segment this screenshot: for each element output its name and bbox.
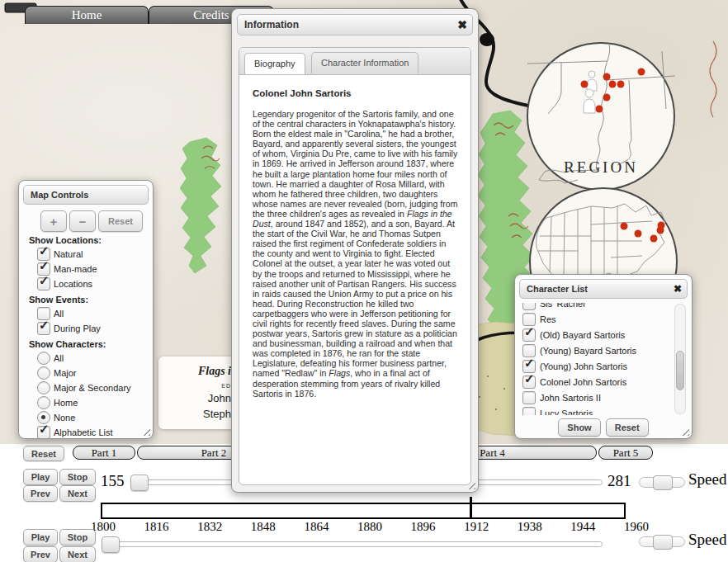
tab-strip: Biography Character Information: [239, 48, 470, 75]
list-item[interactable]: (Old) Bayard Sartoris: [522, 327, 673, 342]
play-editor: John: [158, 392, 231, 404]
location-dot[interactable]: [650, 235, 658, 243]
zoom-out-button[interactable]: −: [69, 210, 96, 232]
play-title: Flags i: [158, 365, 231, 378]
location-dot[interactable]: [609, 81, 617, 88]
location-dot[interactable]: [581, 81, 589, 88]
checkbox-character[interactable]: [522, 407, 536, 416]
list-item[interactable]: (Young) Bayard Sartoris: [522, 342, 673, 358]
map-controls-title: Map Controls: [23, 185, 149, 205]
play-button-2[interactable]: Play: [23, 529, 58, 545]
play-title-card: Flags i ED John Steph: [158, 357, 233, 429]
character-label: John Sartoris II: [540, 393, 601, 403]
year-slider-track[interactable]: [103, 541, 603, 547]
biography-text: Legendary progenitor of the Sartoris fam…: [253, 109, 459, 399]
timeline-reset-button[interactable]: Reset: [23, 446, 64, 461]
list-item[interactable]: Colonel John Sartoris: [522, 374, 673, 390]
list-item[interactable]: Res: [522, 311, 673, 327]
stop-button-2[interactable]: Stop: [59, 529, 96, 545]
checkbox-locations[interactable]: [37, 277, 50, 290]
checkbox-character[interactable]: [522, 391, 536, 404]
year-label: 1938: [518, 520, 542, 534]
character-list-viewport: Sis' Rachel Res (Old) Bayard Sartoris (Y…: [521, 303, 686, 415]
scrollbar-thumb[interactable]: [676, 351, 684, 390]
region-inset: REGION: [527, 43, 675, 190]
character-label: (Young) John Sartoris: [540, 361, 627, 371]
year-label: 1816: [144, 520, 169, 534]
radio-characters-major-secondary[interactable]: [37, 381, 50, 394]
play-subtitle: ED: [158, 383, 231, 389]
radio-label: All: [54, 353, 64, 363]
character-label: (Young) Bayard Sartoris: [540, 346, 636, 356]
location-dot[interactable]: [658, 222, 665, 229]
tab-biography[interactable]: Biography: [244, 53, 305, 74]
radio-label: Major & Secondary: [54, 383, 131, 393]
year-label: 1912: [464, 520, 489, 534]
checkbox-alphabetic-list[interactable]: [37, 426, 50, 439]
year-slider-handle[interactable]: [102, 536, 120, 553]
part-1-button[interactable]: Part 1: [73, 446, 135, 460]
timeline-current-tick: [470, 497, 472, 519]
prev-button-2[interactable]: Prev: [23, 546, 58, 562]
close-icon[interactable]: ✖: [457, 15, 467, 35]
prev-button[interactable]: Prev: [23, 485, 58, 502]
character-label: (Old) Bayard Sartoris: [540, 330, 625, 340]
map-reset-button[interactable]: Reset: [98, 210, 143, 232]
radio-characters-all[interactable]: [37, 352, 50, 365]
radio-label: Major: [54, 368, 77, 378]
play-editor: Steph: [158, 408, 231, 420]
info-tabs-widget: Biography Character Information Colonel …: [239, 47, 471, 485]
dialog-titlebar[interactable]: Information ✖: [237, 14, 473, 35]
biography-panel: Colonel John Sartoris Legendary progenit…: [239, 75, 470, 405]
range-end-value: 281: [607, 472, 631, 490]
location-dot[interactable]: [638, 68, 645, 76]
checkbox-character[interactable]: [522, 328, 536, 342]
checkbox-character[interactable]: [522, 375, 536, 389]
play-button[interactable]: Play: [23, 469, 58, 485]
speed-slider-handle[interactable]: [653, 475, 673, 490]
stop-button[interactable]: Stop: [59, 469, 96, 485]
location-dot[interactable]: [603, 73, 611, 81]
radio-characters-home[interactable]: [37, 396, 50, 409]
radio-characters-major[interactable]: [37, 366, 50, 380]
character-reset-button[interactable]: Reset: [606, 418, 649, 437]
year-label: 1960: [624, 520, 649, 534]
person-icon[interactable]: [587, 71, 597, 91]
location-dot[interactable]: [596, 106, 603, 113]
timeline-range-box[interactable]: [101, 503, 626, 519]
location-dot[interactable]: [635, 230, 642, 238]
location-dot[interactable]: [621, 223, 628, 230]
zoom-in-button[interactable]: +: [40, 210, 67, 232]
character-list-title: Character List: [527, 284, 588, 294]
character-label: Sis' Rachel: [540, 303, 585, 309]
radio-label: None: [54, 413, 75, 423]
checkbox-during-play[interactable]: [37, 322, 50, 335]
range-start-value: 155: [101, 472, 125, 490]
nav-tab-home[interactable]: Home: [25, 6, 149, 24]
timeline-year-labels: 1800 1816 1832 1848 1864 1880 1896 1912 …: [91, 520, 649, 534]
speed-slider-handle-2[interactable]: [653, 535, 673, 550]
next-button-2[interactable]: Next: [59, 546, 96, 562]
part-5-button[interactable]: Part 5: [598, 446, 653, 460]
location-dot[interactable]: [603, 94, 611, 102]
show-button[interactable]: Show: [558, 418, 600, 437]
location-dot[interactable]: [617, 81, 625, 88]
person-icon[interactable]: [584, 89, 595, 113]
scrollbar[interactable]: [674, 304, 686, 414]
tab-character-information[interactable]: Character Information: [311, 52, 418, 73]
list-item[interactable]: Sis' Rachel: [522, 303, 673, 311]
event-slider-handle[interactable]: [130, 475, 149, 491]
character-label: Res: [540, 314, 556, 324]
character-label: Lucy Sartoris: [540, 409, 593, 416]
list-item[interactable]: (Young) John Sartoris: [522, 358, 673, 374]
checkbox-label: All: [54, 309, 64, 319]
list-item[interactable]: Lucy Sartoris: [522, 405, 673, 415]
checkbox-character[interactable]: [522, 303, 536, 310]
close-icon[interactable]: ✖: [674, 280, 682, 298]
forest-area-left: [180, 138, 221, 273]
radio-label: Home: [54, 398, 78, 408]
year-label: 1832: [197, 520, 222, 534]
year-label: 1848: [251, 520, 276, 534]
list-item[interactable]: John Sartoris II: [522, 390, 673, 405]
next-button[interactable]: Next: [59, 485, 96, 502]
